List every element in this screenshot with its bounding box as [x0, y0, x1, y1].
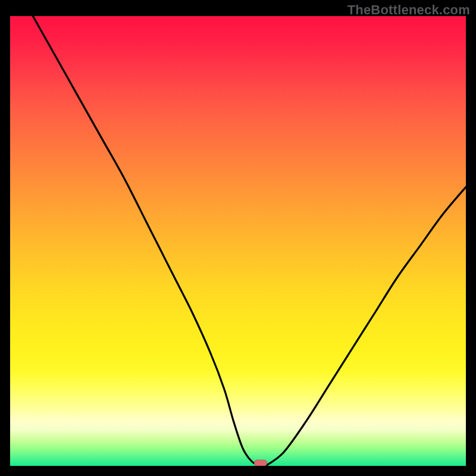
optimal-point-marker: [254, 460, 267, 466]
watermark-text: TheBottleneck.com: [347, 2, 470, 18]
bottleneck-curve: [10, 16, 466, 466]
chart-frame: TheBottleneck.com: [0, 0, 476, 476]
plot-area: [10, 16, 466, 466]
curve-path: [33, 16, 466, 466]
